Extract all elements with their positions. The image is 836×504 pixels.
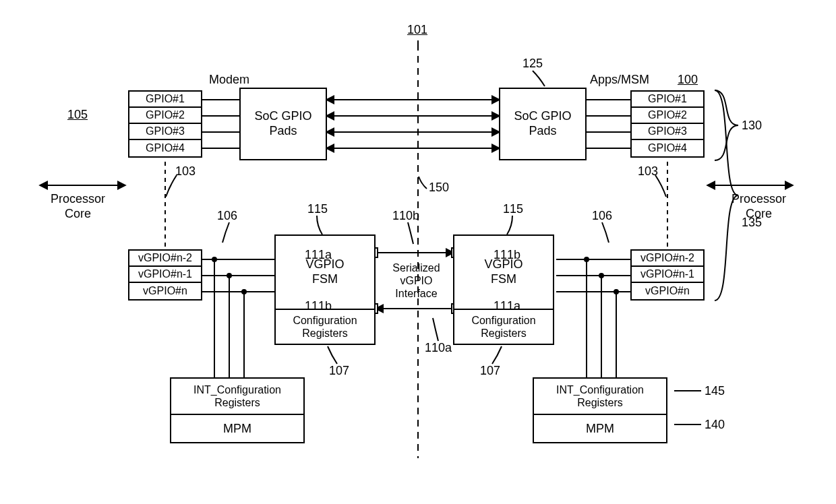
ref-125: 125 <box>522 57 543 71</box>
ref-130: 130 <box>742 119 762 133</box>
right-vgpio-row: vGPIO#n-2 <box>632 251 703 267</box>
right-int-config: INT_Configuration Registers <box>533 377 667 414</box>
left-soc-gpio-pads: SoC GPIO Pads <box>239 88 327 160</box>
ref-115-right: 115 <box>503 202 523 216</box>
ref-115-left: 115 <box>307 202 328 216</box>
right-gpio-row: GPIO#4 <box>632 140 703 156</box>
ref-100: 100 <box>678 73 698 87</box>
left-header: Modem <box>209 73 249 87</box>
right-vgpio-row: vGPIO#n-1 <box>632 267 703 283</box>
ref-111b-right: 111b <box>494 248 520 262</box>
right-header: Apps/MSM <box>590 73 649 87</box>
right-vgpio-row: vGPIO#n <box>632 283 703 299</box>
left-config-registers: Configuration Registers <box>274 309 376 345</box>
left-vgpio-row: vGPIO#n <box>129 283 201 299</box>
right-gpio-row: GPIO#2 <box>632 108 703 124</box>
right-config-registers: Configuration Registers <box>453 309 554 345</box>
ref-105: 105 <box>67 108 88 122</box>
right-gpio-table: GPIO#1 GPIO#2 GPIO#3 GPIO#4 <box>630 90 705 158</box>
left-gpio-row: GPIO#1 <box>129 92 201 108</box>
left-fsm: VGPIO FSM <box>274 234 376 309</box>
ref-103-right: 103 <box>638 164 658 179</box>
right-int-block: INT_Configuration Registers MPM <box>533 377 667 443</box>
ref-145: 145 <box>705 384 725 398</box>
left-gpio-row: GPIO#4 <box>129 140 201 156</box>
serialized-vgpio-interface: Serialized vGPIO Interface <box>384 261 448 301</box>
ref-150: 150 <box>429 181 449 195</box>
ref-107-right: 107 <box>480 364 500 378</box>
left-gpio-row: GPIO#2 <box>129 108 201 124</box>
ref-135: 135 <box>742 216 762 230</box>
right-mpm: MPM <box>533 414 667 443</box>
left-int-config: INT_Configuration Registers <box>170 377 305 414</box>
ref-101: 101 <box>407 23 427 37</box>
right-fsm: VGPIO FSM <box>453 234 554 309</box>
right-gpio-row: GPIO#3 <box>632 124 703 140</box>
left-gpio-table: GPIO#1 GPIO#2 GPIO#3 GPIO#4 <box>128 90 202 158</box>
left-vgpio-row: vGPIO#n-2 <box>129 251 201 267</box>
left-int-block: INT_Configuration Registers MPM <box>170 377 305 443</box>
left-gpio-row: GPIO#3 <box>129 124 201 140</box>
right-soc-gpio-pads: SoC GPIO Pads <box>499 88 587 160</box>
ref-110a: 110a <box>425 341 452 355</box>
ref-110b: 110b <box>392 209 419 223</box>
ref-111b-left: 111b <box>305 299 332 313</box>
left-processor-core: Processor Core <box>51 192 105 221</box>
ref-106-right: 106 <box>592 209 612 223</box>
right-gpio-row: GPIO#1 <box>632 92 703 108</box>
ref-103-left: 103 <box>175 164 196 179</box>
ref-140: 140 <box>705 418 725 432</box>
left-vgpio-row: vGPIO#n-1 <box>129 267 201 283</box>
left-vgpio-table: vGPIO#n-2 vGPIO#n-1 vGPIO#n <box>128 249 202 301</box>
right-vgpio-table: vGPIO#n-2 vGPIO#n-1 vGPIO#n <box>630 249 705 301</box>
ref-107-left: 107 <box>329 364 349 378</box>
ref-111a-left: 111a <box>305 248 332 262</box>
left-mpm: MPM <box>170 414 305 443</box>
ref-106-left: 106 <box>217 209 237 223</box>
ref-111a-right: 111a <box>494 299 520 313</box>
